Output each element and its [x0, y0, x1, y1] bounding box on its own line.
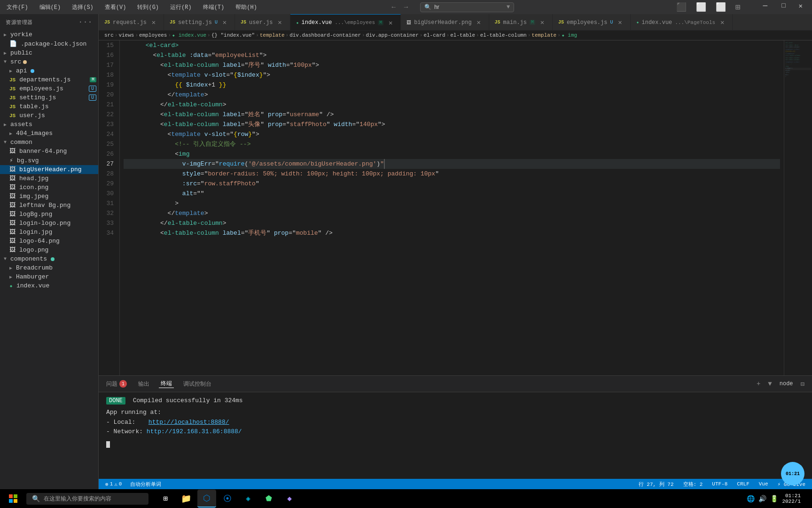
- status-line-ending[interactable]: CRLF: [735, 481, 751, 487]
- taskbar-clock[interactable]: 01:21 2022/1: [782, 493, 801, 504]
- breadcrumb-el-table[interactable]: el-table: [450, 32, 475, 38]
- tab-close-button[interactable]: ✕: [276, 18, 284, 27]
- sidebar-more-button[interactable]: ···: [78, 18, 93, 26]
- tab-close-button[interactable]: ✕: [538, 18, 547, 27]
- tab-user-js[interactable]: JS user.js ✕: [235, 14, 290, 31]
- breadcrumb-template[interactable]: template: [260, 32, 285, 38]
- code-editor[interactable]: 15 16 17 18 19 20 21 22 23 24 25 26 27 2…: [99, 40, 812, 375]
- breadcrumb-src[interactable]: src: [104, 32, 114, 38]
- sidebar-item-index-vue[interactable]: ⬥ index.vue: [0, 281, 98, 290]
- menu-view[interactable]: 查看(V): [103, 2, 128, 12]
- sidebar-item-table[interactable]: JS table.js: [0, 102, 98, 111]
- tab-close-button[interactable]: ✕: [149, 18, 158, 27]
- menu-edit[interactable]: 编辑(E): [38, 2, 63, 12]
- menu-file[interactable]: 文件(F): [5, 2, 30, 12]
- taskbar-search[interactable]: 🔍 在这里输入你要搜索的内容: [26, 493, 148, 505]
- local-url[interactable]: http://localhost:8888/: [148, 419, 229, 426]
- breadcrumb-index-vue[interactable]: ⬥ index.vue: [172, 32, 206, 38]
- menu-terminal[interactable]: 终端(T): [201, 2, 226, 12]
- sidebar-item-loginlogo[interactable]: 🖼 login-logo.png: [0, 219, 98, 228]
- window-controls[interactable]: ⬛ ⬜ ⬜ ⊞ ─ □ ✕: [644, 2, 807, 12]
- taskbar-app2[interactable]: ⬟: [259, 490, 278, 508]
- sidebar-item-logbg[interactable]: 🖼 logBg.png: [0, 210, 98, 219]
- layout-icon-3[interactable]: ⬜: [712, 2, 730, 12]
- taskbar-app3[interactable]: ◆: [280, 490, 299, 508]
- status-error-count[interactable]: ⊗ 1 ⚠ 0: [103, 481, 124, 487]
- status-encoding[interactable]: UTF-8: [710, 481, 729, 487]
- start-button[interactable]: [4, 489, 23, 508]
- breadcrumb-img[interactable]: ⬥ img: [562, 32, 577, 38]
- sidebar-item-hamburger[interactable]: ▶ Hamburger: [0, 272, 98, 281]
- menu-run[interactable]: 运行(R): [168, 2, 194, 12]
- status-spaces[interactable]: 空格: 2: [681, 481, 705, 488]
- sidebar-item-breadcrumb[interactable]: ▶ Breadcrumb: [0, 263, 98, 272]
- sidebar-item-icon[interactable]: 🖼 icon.png: [0, 183, 98, 192]
- tray-volume[interactable]: 🔊: [758, 495, 766, 503]
- tab-request-js[interactable]: JS request.js ✕: [99, 14, 164, 31]
- terminal-dropdown-button[interactable]: ▼: [766, 379, 773, 389]
- sidebar-item-biguserheader[interactable]: 🖼 bigUserHeader.png: [0, 165, 98, 174]
- close-button[interactable]: ✕: [794, 2, 807, 12]
- sidebar-item-components[interactable]: ▼ components: [0, 254, 98, 263]
- breadcrumb-el-table-column[interactable]: el-table-column: [480, 32, 527, 38]
- tab-close-button[interactable]: ✕: [616, 18, 625, 27]
- taskbar-app1[interactable]: ◈: [239, 490, 258, 508]
- sidebar-item-logo64[interactable]: 🖼 logo-64.png: [0, 237, 98, 246]
- layout-icon-4[interactable]: ⊞: [732, 2, 744, 12]
- breadcrumb-div-app[interactable]: div.app-container: [366, 32, 419, 38]
- sidebar-item-package-lock[interactable]: 📄 .package-lock.json: [0, 39, 98, 48]
- sidebar-item-bgsvg[interactable]: ⚡ bg.svg: [0, 156, 98, 165]
- layout-icon-1[interactable]: ⬛: [672, 2, 690, 12]
- breadcrumb-views[interactable]: views: [118, 32, 134, 38]
- breadcrumb-index-vue-str[interactable]: {} "index.vue": [211, 32, 255, 38]
- maximize-button[interactable]: □: [777, 2, 790, 12]
- sidebar-item-common[interactable]: ▼ common: [0, 138, 98, 147]
- taskbar-explorer[interactable]: 📁: [177, 490, 195, 508]
- nav-forward[interactable]: →: [401, 2, 411, 12]
- tab-setting-js[interactable]: JS setting.js U ✕: [164, 14, 235, 31]
- taskbar-edge[interactable]: ⦿: [218, 490, 237, 508]
- tab-employees-js[interactable]: JS employees.js U ✕: [553, 14, 630, 31]
- search-dropdown-icon[interactable]: ▼: [507, 4, 510, 10]
- code-content[interactable]: <el-card> <el-table :data="employeeList"…: [120, 40, 784, 375]
- terminal-tab-problems[interactable]: 问题 1: [104, 380, 129, 388]
- taskbar-taskview[interactable]: ⊞: [156, 490, 175, 508]
- sidebar-item-public[interactable]: ▶ public: [0, 48, 98, 57]
- tab-close-button[interactable]: ✕: [718, 18, 726, 27]
- status-language[interactable]: Vue: [757, 481, 770, 487]
- terminal-content[interactable]: DONE Compiled successfully in 324ms App …: [99, 392, 812, 479]
- tab-close-button[interactable]: ✕: [386, 18, 395, 27]
- tab-index-vue-employees[interactable]: ⬥ index.vue ...\employees M ✕: [290, 14, 401, 31]
- tab-index-vue-pagetools[interactable]: ⬥ index.vue ...\PageTools ✕: [631, 14, 733, 31]
- menu-goto[interactable]: 转到(G): [135, 2, 161, 12]
- tray-battery[interactable]: 🔋: [770, 495, 778, 503]
- sidebar-item-logo[interactable]: 🖼 logo.png: [0, 246, 98, 254]
- sidebar-item-assets[interactable]: ▶ assets: [0, 120, 98, 129]
- status-line-col[interactable]: 行 27, 列 72: [637, 481, 676, 488]
- menu-bar[interactable]: 文件(F) 编辑(E) 选择(S) 查看(V) 转到(G) 运行(R) 终端(T…: [5, 2, 259, 12]
- layout-icon-2[interactable]: ⬜: [692, 2, 710, 12]
- minimize-button[interactable]: ─: [757, 2, 773, 12]
- sidebar-item-leftnavbg[interactable]: 🖼 leftnav Bg.png: [0, 201, 98, 210]
- nav-back[interactable]: ←: [389, 2, 398, 12]
- tab-main-js[interactable]: JS main.js M ✕: [489, 14, 553, 31]
- sidebar-item-setting[interactable]: JS setting.js U: [0, 93, 98, 102]
- breadcrumb-div-dashboard[interactable]: div.dashboard-container: [289, 32, 361, 38]
- sidebar-item-api[interactable]: ▶ api: [0, 66, 98, 75]
- sidebar-item-imgjpeg[interactable]: 🖼 img.jpeg: [0, 192, 98, 201]
- terminal-tab-output[interactable]: 输出: [136, 380, 151, 388]
- breadcrumb-template2[interactable]: template: [531, 32, 556, 38]
- taskbar-vscode[interactable]: ⬡: [197, 490, 216, 508]
- menu-select[interactable]: 选择(S): [70, 2, 95, 12]
- breadcrumb-employees[interactable]: employees: [139, 32, 167, 38]
- sidebar-item-404[interactable]: ▶ 404_images: [0, 129, 98, 138]
- terminal-split-button[interactable]: ⊟: [799, 379, 806, 389]
- sidebar-item-yorkie[interactable]: ▶ yorkie: [0, 30, 98, 39]
- search-bar[interactable]: 🔍 ▼: [420, 2, 514, 12]
- tab-close-button[interactable]: ✕: [220, 18, 229, 27]
- sidebar-item-loginjpg[interactable]: 🖼 login.jpg: [0, 228, 98, 237]
- tray-network[interactable]: 🌐: [747, 495, 755, 503]
- sidebar-item-src[interactable]: ▼ src: [0, 57, 98, 66]
- breadcrumb-el-card[interactable]: el-card: [423, 32, 445, 38]
- sidebar-item-employees[interactable]: JS employees.js U: [0, 84, 98, 93]
